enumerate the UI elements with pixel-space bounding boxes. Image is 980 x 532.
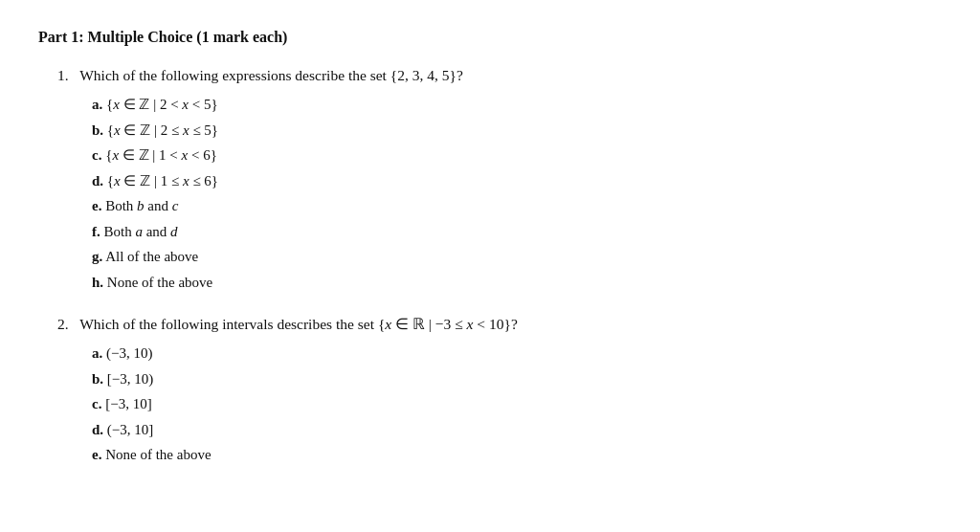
q1-suffix: ? — [457, 67, 463, 83]
q1-prefix: Which of the following expressions descr… — [79, 67, 390, 83]
q2-opt-a-text: (−3, 10) — [106, 345, 152, 361]
q1-opt-d-letter: d. — [92, 173, 103, 188]
questions-container: 1. Which of the following expressions de… — [38, 67, 942, 466]
q1-options: a. {x ∈ ℤ | 2 < x < 5} b. {x ∈ ℤ | 2 ≤ x… — [92, 94, 942, 293]
q2-option-d: d. (−3, 10] — [92, 419, 942, 441]
q2-opt-c-letter: c. — [92, 396, 101, 411]
q1-opt-h-letter: h. — [92, 275, 103, 290]
q2-option-e: e. None of the above — [92, 444, 942, 466]
q1-opt-b-text: {x ∈ ℤ | 2 ≤ x ≤ 5} — [107, 122, 218, 138]
q1-opt-g-text: All of the above — [105, 249, 198, 264]
q1-opt-e-letter: e. — [92, 198, 101, 213]
q2-opt-b-text: [−3, 10) — [107, 371, 153, 387]
q1-opt-a-letter: a. — [92, 97, 102, 112]
q2-opt-a-letter: a. — [92, 345, 102, 361]
q1-set: {2, 3, 4, 5} — [390, 67, 457, 83]
q1-option-e: e. Both b and c — [92, 195, 942, 217]
q1-option-c: c. {x ∈ ℤ | 1 < x < 6} — [92, 144, 942, 166]
q2-opt-c-text: [−3, 10] — [105, 396, 151, 411]
q1-option-g: g. All of the above — [92, 246, 942, 268]
q1-opt-b-letter: b. — [92, 122, 103, 138]
q1-opt-e-text: Both b and c — [105, 198, 178, 213]
question-2-text: 2. Which of the following intervals desc… — [57, 316, 942, 333]
q2-opt-e-letter: e. — [92, 447, 101, 462]
q2-option-c: c. [−3, 10] — [92, 393, 942, 415]
q1-opt-d-text: {x ∈ ℤ | 1 ≤ x ≤ 6} — [107, 173, 218, 188]
q2-prefix: Which of the following intervals describ… — [79, 316, 378, 332]
page-title: Part 1: Multiple Choice (1 mark each) — [38, 29, 942, 46]
q1-opt-c-text: {x ∈ ℤ | 1 < x < 6} — [105, 147, 217, 163]
q2-opt-d-letter: d. — [92, 422, 103, 437]
q1-opt-h-text: None of the above — [107, 275, 212, 290]
q1-option-a: a. {x ∈ ℤ | 2 < x < 5} — [92, 94, 942, 116]
q1-option-d: d. {x ∈ ℤ | 1 ≤ x ≤ 6} — [92, 170, 942, 192]
q1-option-h: h. None of the above — [92, 272, 942, 294]
q2-opt-b-letter: b. — [92, 371, 103, 387]
q2-suffix: ? — [511, 316, 518, 332]
q1-option-b: b. {x ∈ ℤ | 2 ≤ x ≤ 5} — [92, 120, 942, 142]
q2-number: 2. — [57, 316, 69, 332]
q2-options: a. (−3, 10) b. [−3, 10) c. [−3, 10] d. (… — [92, 343, 942, 466]
q2-opt-e-text: None of the above — [105, 447, 211, 462]
q2-option-a: a. (−3, 10) — [92, 343, 942, 365]
q2-opt-d-text: (−3, 10] — [107, 422, 153, 437]
question-1: 1. Which of the following expressions de… — [57, 67, 942, 293]
question-2: 2. Which of the following intervals desc… — [57, 316, 942, 466]
q1-opt-g-letter: g. — [92, 249, 102, 264]
q1-opt-f-text: Both a and d — [104, 224, 178, 239]
q2-set: {x ∈ ℝ | −3 ≤ x < 10} — [378, 316, 511, 332]
q1-opt-f-letter: f. — [92, 224, 100, 239]
q2-option-b: b. [−3, 10) — [92, 368, 942, 390]
q1-opt-c-letter: c. — [92, 147, 101, 163]
question-1-text: 1. Which of the following expressions de… — [57, 67, 942, 84]
q1-option-f: f. Both a and d — [92, 221, 942, 243]
q1-number: 1. — [57, 67, 69, 83]
q1-opt-a-text: {x ∈ ℤ | 2 < x < 5} — [106, 97, 218, 112]
